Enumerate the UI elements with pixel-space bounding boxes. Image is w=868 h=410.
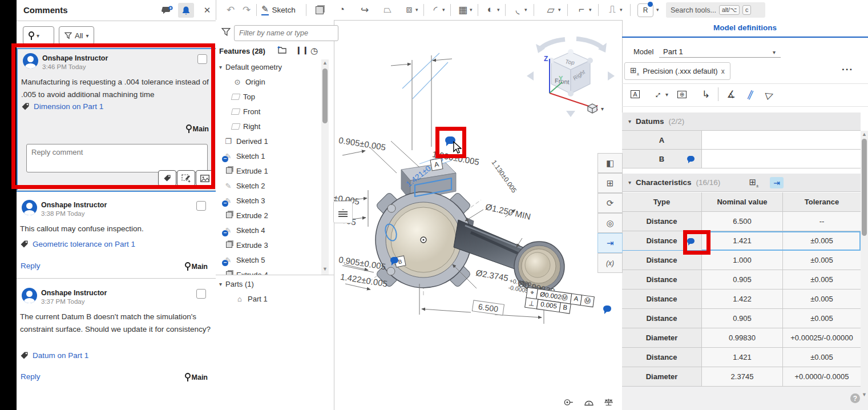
comment-bubble-icon[interactable]	[603, 306, 611, 312]
resolve-checkbox[interactable]	[196, 289, 206, 299]
feature-item-origin[interactable]: ⊙ Origin	[233, 74, 265, 89]
notifications-icon[interactable]	[178, 3, 194, 18]
datum-row-a[interactable]: A	[622, 131, 861, 150]
surface-profile-icon[interactable]: ▷	[761, 86, 778, 103]
new-folder-icon[interactable]	[276, 45, 287, 57]
reply-link[interactable]: Reply	[21, 372, 41, 381]
feature-filter-input[interactable]	[234, 25, 338, 41]
help-icon[interactable]: ?	[850, 393, 860, 403]
datums-section-header[interactable]: ▾ Datums (2/2)	[622, 112, 861, 131]
chevron-down-icon[interactable]: ▾	[219, 281, 222, 287]
chevron-down-icon[interactable]: ▾	[524, 7, 527, 13]
rib-icon[interactable]: ⌐	[574, 2, 589, 18]
loft-icon[interactable]: ⏢	[380, 2, 395, 18]
modify-fillet-icon[interactable]: ◟	[510, 2, 525, 18]
revolve-icon[interactable]: ◔	[334, 2, 349, 18]
feature-item-sketch-2[interactable]: ✎ Sketch 2	[224, 178, 265, 193]
redo-icon[interactable]: ↷	[239, 2, 254, 18]
characteristic-row[interactable]: Distance 1.422 ±0.005	[622, 290, 861, 309]
tag-link[interactable]: Datum on Part 1	[33, 351, 88, 360]
feature-item-right-plane[interactable]: Right	[232, 119, 260, 134]
datum-a-cell[interactable]: A	[622, 131, 702, 149]
characteristic-row[interactable]: Distance 6.500 --	[622, 212, 861, 231]
chevron-down-icon[interactable]: ▾	[665, 91, 668, 98]
feature-item-sketch-4[interactable]: ✎– Sketch 4	[224, 223, 265, 238]
scroll-up-arrow[interactable]: ▲	[322, 60, 328, 66]
parallel-dimension-icon[interactable]: ∥	[742, 86, 759, 103]
export-definitions-button[interactable]: ⇥	[597, 233, 623, 253]
datum-b-cell[interactable]: B	[622, 150, 702, 168]
feature-item-default-geometry[interactable]: ▾ Default geometry	[219, 59, 282, 74]
undo-icon[interactable]: ↶	[223, 2, 238, 18]
chevron-down-icon[interactable]: ▾	[219, 64, 222, 70]
more-options-button[interactable]: ...	[842, 62, 853, 73]
chevron-down-icon[interactable]: ▾	[470, 7, 473, 13]
feature-item-sketch-5[interactable]: ✎– Sketch 5	[224, 252, 265, 267]
thicken-icon[interactable]: ⧈	[402, 2, 417, 18]
reply-link[interactable]: Reply	[21, 262, 41, 270]
appearance-panel-button[interactable]: ◧	[597, 153, 623, 173]
characteristics-section-header[interactable]: ▾ Characteristics (16/16) ⊞± ⇥	[622, 174, 861, 192]
chevron-down-icon[interactable]: ▾	[497, 7, 500, 13]
part-item-part-1[interactable]: ⌂ Part 1	[235, 291, 268, 306]
scroll-up-arrow[interactable]: ▲	[862, 131, 867, 137]
scrollbar-thumb[interactable]	[862, 139, 867, 236]
protractor-icon[interactable]	[583, 397, 595, 407]
feature-item-derived-1[interactable]: ❐ Derived 1	[224, 134, 268, 148]
feature-item-extrude-2[interactable]: Extrude 2	[224, 208, 268, 223]
model-orientation-button[interactable]: ⟳	[597, 193, 623, 213]
rollback-icon[interactable]: ◷	[310, 46, 318, 56]
plane-icon[interactable]: ▱	[543, 2, 558, 18]
boolean-icon[interactable]: ◐	[483, 2, 498, 18]
characteristic-row-selected[interactable]: Distance 1.421 ±0.005	[622, 231, 861, 251]
feature-item-sketch-3[interactable]: ✎– Sketch 3	[224, 193, 265, 208]
datum-row-b[interactable]: B	[622, 150, 861, 168]
model-select-value[interactable]: Part 1	[663, 47, 683, 56]
chevron-down-icon[interactable]: ▾	[656, 7, 659, 13]
comments-filter-dropdown[interactable]: All ▾	[59, 26, 94, 45]
characteristic-row[interactable]: Distance 0.905 ±0.005	[622, 270, 861, 290]
feature-item-sketch-1[interactable]: ✎– Sketch 1	[224, 148, 265, 163]
sweep-icon[interactable]: ↪	[357, 2, 372, 18]
datum-a-label[interactable]: A	[430, 158, 443, 171]
intersection-dimension-icon[interactable]: ∡	[722, 86, 740, 103]
chevron-down-icon[interactable]: ▾	[589, 7, 592, 13]
chevron-down-icon[interactable]: ▾	[620, 7, 623, 13]
chevron-down-icon[interactable]: ▾	[442, 7, 445, 13]
feature-item-extrude-1[interactable]: Extrude 1	[224, 163, 268, 178]
precision-icon[interactable]: ⊞±	[749, 177, 758, 188]
export-characteristics-icon[interactable]: ⇥	[770, 177, 784, 188]
datum-tool-icon[interactable]: A	[627, 86, 644, 103]
suppress-pause-icon[interactable]: ❙❙	[296, 46, 309, 54]
callout-tool-icon[interactable]: ↳	[697, 86, 714, 103]
parts-section[interactable]: ▾ Parts (1)	[219, 276, 254, 291]
characteristic-row[interactable]: Diameter 0.99830 +0.00025/-0.00000	[622, 328, 861, 348]
chevron-down-icon[interactable]: ▾	[628, 179, 631, 186]
chevron-down-icon[interactable]: ▾	[773, 49, 776, 55]
characteristic-row[interactable]: Distance 1.000 ±0.005	[622, 251, 861, 270]
fillet-icon[interactable]: ◜	[428, 2, 443, 18]
resolve-checkbox[interactable]	[196, 201, 206, 211]
precision-chip[interactable]: ⊞± Precision (.xxx default) x	[624, 62, 730, 80]
feature-item-front-plane[interactable]: Front	[232, 104, 260, 119]
sheet-metal-icon[interactable]: ⎍	[605, 2, 620, 18]
characteristic-row[interactable]: Distance 0.905 ±0.005	[622, 309, 861, 328]
characteristic-row[interactable]: Diameter 2.3745 +0.0000/-0.0005	[622, 367, 861, 387]
scrollbar-thumb[interactable]	[322, 69, 328, 123]
comment-bubble-icon[interactable]	[390, 257, 398, 263]
location-filter-dropdown[interactable]: ▾	[23, 26, 54, 45]
geometric-tolerance-tool-icon[interactable]: ⊕	[673, 86, 691, 103]
dimension-tool-icon[interactable]: ↔	[648, 86, 665, 103]
feature-item-extrude-4[interactable]: Extrude 4	[224, 267, 268, 275]
chip-remove-icon[interactable]: x	[721, 67, 725, 75]
tape-measure-icon[interactable]	[562, 397, 575, 407]
chevron-down-icon[interactable]: ▾	[628, 118, 631, 124]
selection-list-button[interactable]: ⌄	[333, 201, 353, 223]
funnel-icon[interactable]	[221, 27, 231, 37]
feature-item-top-plane[interactable]: Top	[232, 89, 255, 104]
add-comment-icon[interactable]	[159, 3, 175, 18]
mass-properties-icon[interactable]	[602, 397, 615, 407]
chevron-down-icon[interactable]: ▾	[415, 7, 418, 13]
comment-bubble-icon[interactable]	[687, 156, 695, 162]
pattern-icon[interactable]: ▦	[455, 2, 470, 18]
